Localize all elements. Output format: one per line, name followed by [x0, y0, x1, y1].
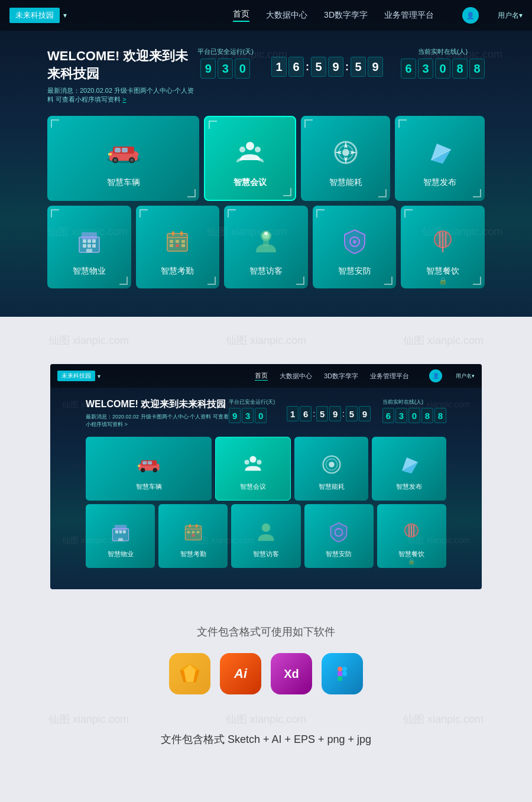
small-nav-home[interactable]: 首页 — [255, 371, 268, 381]
navbar: 未来科技园 ▾ 首页 大数据中心 3D数字孪字 业务管理平台 👤 用户名▾ — [0, 0, 532, 31]
module-property[interactable]: 智慧物业 — [47, 206, 131, 288]
svg-rect-31 — [92, 244, 96, 248]
st4: 9 — [329, 406, 341, 421]
svg-rect-78 — [185, 528, 201, 530]
small-screenshot: 未来科技园 ▾ 首页 大数据中心 3D数字孪字 业务管理平台 👤 用户名▾ WE… — [50, 364, 482, 589]
small-nav-bigdata[interactable]: 大数据中心 — [280, 372, 312, 381]
property-label: 智慧物业 — [73, 266, 106, 277]
figma-icon — [322, 653, 363, 694]
bottom-watermark-row: 仙图 xianpic.com 仙图 xianpic.com 仙图 xianpic… — [0, 712, 532, 726]
small-brand[interactable]: 未来科技园 — [57, 371, 95, 381]
svg-rect-94 — [338, 667, 342, 671]
small-meeting-icon — [240, 452, 266, 478]
svg-rect-29 — [83, 244, 86, 248]
svg-point-58 — [141, 467, 145, 472]
svg-rect-9 — [108, 153, 112, 155]
small-user-avatar[interactable]: 👤 — [429, 369, 442, 382]
svg-point-63 — [257, 460, 261, 465]
svg-rect-28 — [92, 239, 96, 243]
small-dropdown[interactable]: ▾ — [98, 373, 100, 379]
car-icon — [106, 135, 141, 170]
module-attendance[interactable]: 智慧考勤 — [136, 206, 220, 288]
digit-0: 0 — [235, 59, 250, 79]
user-avatar[interactable]: 👤 — [462, 7, 479, 24]
small-days-digits: 9 3 0 — [229, 408, 275, 423]
small-dining[interactable]: 智慧餐饮 🔒 — [377, 504, 446, 568]
online-d3: 0 — [435, 59, 450, 79]
meeting-icon — [232, 135, 268, 170]
module-publish[interactable]: 智慧发布 — [395, 116, 485, 201]
module-visitor[interactable]: 智慧访客 — [224, 206, 308, 288]
nav-home[interactable]: 首页 — [233, 9, 249, 22]
svg-rect-32 — [86, 249, 92, 252]
svg-rect-25 — [82, 232, 97, 239]
small-attendance[interactable]: 智慧考勤 — [158, 504, 228, 568]
stat-days-digits: 9 3 0 — [200, 59, 250, 79]
security-label: 智慧安防 — [338, 266, 371, 277]
digit-s2: 9 — [368, 57, 383, 77]
st2: 6 — [300, 406, 312, 421]
small-car-label: 智慧车辆 — [136, 482, 162, 491]
svg-rect-96 — [338, 671, 342, 676]
small-car[interactable]: 智慧车辆 — [86, 437, 212, 501]
svg-point-61 — [249, 456, 256, 462]
gap-watermark-1: 仙图 xianpic.com — [48, 333, 129, 348]
svg-rect-3 — [115, 148, 121, 152]
small-car-icon — [136, 452, 162, 478]
full-screenshot-section: 未来科技园 ▾ 首页 大数据中心 3D数字孪字 业务管理平台 👤 用户名▾ WE… — [0, 0, 532, 317]
user-label[interactable]: 用户名▾ — [498, 11, 523, 21]
svg-rect-56 — [142, 461, 147, 465]
nav-business[interactable]: 业务管理平台 — [384, 10, 434, 21]
nav-3d[interactable]: 3D数字孪字 — [324, 10, 368, 21]
small-nav-3d[interactable]: 3D数字孪字 — [324, 372, 358, 381]
gap-watermark-3: 仙图 xianpic.com — [403, 333, 484, 348]
small-property[interactable]: 智慧物业 — [86, 504, 155, 568]
nav-bigdata[interactable]: 大数据中心 — [266, 10, 307, 21]
small-energy[interactable]: 智慧能耗 — [294, 437, 369, 501]
module-energy[interactable]: 智慧能耗 — [301, 116, 391, 201]
welcome-text: WELCOME! 欢迎来到未来科技园 — [47, 47, 197, 83]
svg-rect-41 — [176, 244, 179, 247]
online-d5: 8 — [469, 59, 485, 79]
brand-name[interactable]: 未来科技园 — [9, 8, 60, 23]
small-publish[interactable]: 智慧发布 — [372, 437, 446, 501]
small-energy-icon — [319, 452, 345, 478]
small-security[interactable]: 智慧安防 — [304, 504, 374, 568]
digit-9: 9 — [200, 59, 216, 79]
small-visitor-label: 智慧访客 — [253, 550, 279, 559]
svg-rect-77 — [196, 524, 197, 527]
module-car[interactable]: 智慧车辆 — [47, 116, 199, 201]
small-stat-online: 当前实时在线(人) 6 3 0 8 8 — [382, 398, 446, 423]
energy-label: 智慧能耗 — [329, 177, 362, 188]
dining-icon — [425, 223, 460, 259]
sd3: 0 — [255, 408, 267, 423]
small-meeting[interactable]: 智慧会议 — [215, 437, 291, 501]
sketch-icon — [169, 653, 210, 694]
hero-stats: 平台已安全运行(天) 9 3 0 1 6 : 5 9 : 5 9 — [197, 47, 485, 79]
svg-rect-30 — [87, 244, 91, 248]
gap-section: 仙图 xianpic.com 仙图 xianpic.com 仙图 xianpic… — [0, 317, 532, 364]
module-meeting[interactable]: 智慧会议 — [204, 116, 296, 201]
svg-rect-38 — [176, 240, 179, 243]
svg-rect-73 — [123, 530, 126, 533]
small-stats: 平台已安全运行(天) 9 3 0 1 6 : 5 9 : — [229, 398, 446, 423]
stat-online: 当前实时在线(人) 6 3 0 8 8 — [401, 47, 485, 79]
small-user-label[interactable]: 用户名▾ — [456, 372, 475, 380]
small-hero-left: WELCOME! 欢迎来到未来科技园 最新消息：2020.02.02 升级卡图两… — [86, 398, 229, 428]
so1: 6 — [382, 408, 394, 423]
module-security[interactable]: 智慧安防 — [313, 206, 397, 288]
small-nav-biz[interactable]: 业务管理平台 — [370, 372, 409, 381]
small-screenshot-wrapper: 未来科技园 ▾ 首页 大数据中心 3D数字孪字 业务管理平台 👤 用户名▾ WE… — [0, 364, 532, 601]
online-d2: 3 — [418, 59, 433, 79]
hero-left: WELCOME! 欢迎来到未来科技园 最新消息：2020.02.02 升级卡图两… — [47, 47, 197, 104]
module-dining[interactable]: 智慧餐饮 🔒 — [401, 206, 485, 288]
bottom-section: 文件包含格式可使用如下软件 Ai Xd — [0, 601, 532, 764]
xd-icon: Xd — [271, 653, 312, 694]
news-link[interactable]: > — [122, 96, 126, 103]
brand-dropdown[interactable]: ▾ — [63, 11, 67, 20]
svg-point-6 — [113, 158, 117, 162]
small-property-icon — [108, 519, 134, 545]
svg-rect-76 — [189, 524, 191, 527]
small-visitor[interactable]: 智慧访客 — [231, 504, 300, 568]
stat-days: 平台已安全运行(天) 9 3 0 — [197, 47, 254, 79]
